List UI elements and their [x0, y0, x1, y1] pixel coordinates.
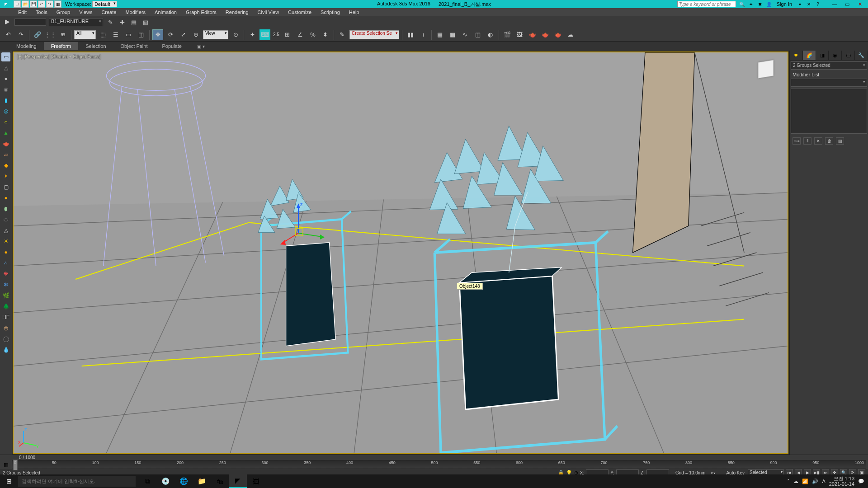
menu-modifiers[interactable]: Modifiers	[121, 9, 150, 16]
curve-editor-icon[interactable]: ∿	[460, 29, 471, 40]
windows-search[interactable]	[18, 476, 136, 487]
maximize-button[interactable]: ▭	[841, 0, 854, 8]
cmd-tab-hierarchy-icon[interactable]: ◨	[816, 51, 829, 60]
search-go-icon[interactable]: 🔍	[739, 1, 745, 7]
tray-lang-icon[interactable]: A	[822, 479, 825, 484]
signin-link[interactable]: Sign In	[775, 1, 794, 7]
selection-filter-dropdown[interactable]: All	[74, 30, 96, 39]
layer-explorer-icon2[interactable]: ▤	[434, 29, 445, 40]
menu-edit[interactable]: Edit	[14, 9, 31, 16]
display-floater-icon[interactable]: ▧	[141, 18, 150, 27]
menu-civilview[interactable]: Civil View	[253, 9, 283, 16]
lt-tube-icon[interactable]: ◎	[1, 107, 10, 116]
selection-name-field[interactable]: 2 Groups Selected	[791, 61, 867, 70]
qat-new-icon[interactable]: □	[14, 0, 21, 8]
ref-coord-dropdown[interactable]: View	[203, 30, 228, 39]
lt-grass-icon[interactable]: 🌿	[1, 291, 10, 300]
close-button[interactable]: ✕	[854, 0, 866, 8]
favorites-icon[interactable]: ▾	[797, 1, 803, 7]
tray-chevron-icon[interactable]: ˄	[787, 479, 790, 484]
menu-create[interactable]: Create	[97, 9, 121, 16]
select-rotate-icon[interactable]: ⟳	[165, 29, 176, 40]
menu-rendering[interactable]: Rendering	[221, 9, 253, 16]
use-center-icon[interactable]: ⊙	[230, 29, 241, 40]
scene-minidock[interactable]	[14, 19, 46, 26]
help-icon[interactable]: ?	[815, 1, 821, 7]
ribbon-expand-icon[interactable]: ▣ ▾	[193, 43, 208, 50]
angle-snap-icon[interactable]: ∠	[295, 29, 306, 40]
qat-undo-icon[interactable]: ↶	[38, 0, 45, 8]
stack-showend-icon[interactable]: Ⅱ	[803, 137, 811, 145]
modifier-stack[interactable]	[791, 89, 867, 134]
lt-torusknot-icon[interactable]: ✴	[1, 172, 10, 181]
workspace-dropdown[interactable]: Default	[92, 1, 117, 7]
time-config-icon[interactable]: ▦	[4, 462, 8, 468]
lt-hf-icon[interactable]: HF	[1, 313, 10, 322]
taskbar-edge-icon[interactable]: 🌐	[175, 474, 193, 488]
taskview-icon[interactable]: ⧉	[138, 474, 156, 488]
snap-toggle-icon[interactable]: ⊞	[282, 29, 293, 40]
menu-group[interactable]: Group	[52, 9, 75, 16]
menu-customize[interactable]: Customize	[283, 9, 316, 16]
lt-capsule-icon[interactable]: ⬭	[1, 215, 10, 224]
lt-oiltank-icon[interactable]: ⬮	[1, 204, 10, 213]
menu-grapheditors[interactable]: Graph Editors	[181, 9, 221, 16]
schematic-view-icon[interactable]: ◫	[472, 29, 483, 40]
link-icon[interactable]: 🔗	[32, 29, 43, 40]
scene-explorer-toggle-icon[interactable]: ⯈	[3, 18, 12, 27]
taskbar-photos-icon[interactable]: 🖼	[247, 474, 265, 488]
qat-redo-icon[interactable]: ↷	[46, 0, 53, 8]
stack-configure-icon[interactable]: ▤	[836, 137, 844, 145]
object-name-field[interactable]: B1_FURNITURE	[49, 18, 103, 26]
render-online-icon[interactable]: ☁	[565, 29, 576, 40]
tray-clock[interactable]: 오전 1:13 2021-01-14	[829, 476, 854, 487]
cmd-tab-modify-icon[interactable]: 🌈	[803, 51, 816, 60]
perspective-viewport[interactable]: [+] [Perspective] [Shaded + Edged Faces]…	[13, 52, 788, 454]
taskbar-3dsmax-icon[interactable]: ◤	[229, 474, 247, 488]
select-scale-icon[interactable]: ⤢	[178, 29, 189, 40]
lt-snow-icon[interactable]: ❄	[1, 280, 10, 289]
window-crossing-icon[interactable]: ◫	[136, 29, 146, 40]
bind-spacewarp-icon[interactable]: ≋	[57, 29, 68, 40]
lt-rock-icon[interactable]: ◓	[1, 324, 10, 333]
selection-add-icon[interactable]: ✚	[118, 18, 127, 27]
keyboard-shortcut-icon[interactable]: ⌨	[259, 29, 270, 40]
lt-geosphere-icon[interactable]: ◉	[1, 85, 10, 94]
ribbon-tab-objectpaint[interactable]: Object Paint	[113, 42, 155, 50]
modifier-list-dropdown[interactable]	[791, 79, 867, 87]
align-icon[interactable]: ⫞	[418, 29, 429, 40]
ribbon-tab-modeling[interactable]: Modeling	[9, 42, 44, 50]
lt-water-icon[interactable]: 💧	[1, 345, 10, 354]
start-button[interactable]: ⊞	[0, 474, 18, 488]
tray-volume-icon[interactable]: 🔊	[812, 479, 818, 484]
stack-unique-icon[interactable]: ✕	[814, 137, 822, 145]
rendered-frame-icon[interactable]: 🖼	[514, 29, 525, 40]
lt-hedra-icon[interactable]: ◆	[1, 161, 10, 170]
user-icon[interactable]: 👤	[766, 1, 772, 7]
lt-cone-icon[interactable]: △	[1, 63, 10, 72]
named-sel-edit-icon[interactable]: ✎	[337, 29, 348, 40]
viewport-label[interactable]: [+] [Perspective] [Shaded + Edged Faces]	[17, 54, 101, 59]
lt-chamfercyl-icon[interactable]: ●	[1, 193, 10, 202]
select-place-icon[interactable]: ⊕	[190, 29, 201, 40]
toggle-ribbon-icon[interactable]: ▦	[447, 29, 458, 40]
taskbar-store-icon[interactable]: 🛍	[211, 474, 229, 488]
transform-gizmo[interactable]: z	[280, 202, 326, 251]
menu-help[interactable]: Help	[344, 9, 364, 16]
render-iterate-icon[interactable]: 🫖	[540, 29, 551, 40]
qat-open-icon[interactable]: 📂	[22, 0, 29, 8]
taskbar-app1-icon[interactable]: 💿	[156, 474, 175, 488]
minimize-button[interactable]: —	[828, 0, 841, 8]
render-prod-icon[interactable]: 🫖	[527, 29, 538, 40]
menu-scripting[interactable]: Scripting	[316, 9, 344, 16]
layer-explorer-icon[interactable]: ▤	[129, 18, 138, 27]
lt-sphere-icon[interactable]: ●	[1, 74, 10, 83]
lt-torus-icon[interactable]: ○	[1, 117, 10, 127]
lt-tree-icon[interactable]: 🌲	[1, 302, 10, 311]
tray-notifications-icon[interactable]: 💬	[858, 479, 864, 484]
lt-spindle-icon[interactable]: △	[1, 226, 10, 235]
menu-tools[interactable]: Tools	[31, 9, 52, 16]
select-by-name-icon[interactable]: ☰	[110, 29, 121, 40]
subscription-icon[interactable]: ✦	[748, 1, 754, 7]
cmd-tab-motion-icon[interactable]: ◉	[829, 51, 842, 60]
